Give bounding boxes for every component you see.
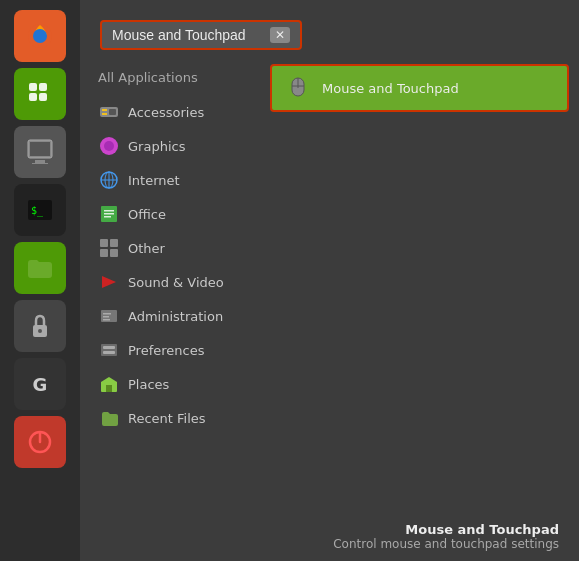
- svg-rect-38: [103, 319, 110, 321]
- category-internet[interactable]: Internet: [90, 163, 250, 197]
- status-description: Control mouse and touchpad settings: [100, 537, 559, 551]
- results-panel: Mouse and Touchpad: [260, 64, 579, 512]
- svg-rect-5: [39, 93, 47, 101]
- other-icon: [98, 237, 120, 259]
- result-mouse-touchpad[interactable]: Mouse and Touchpad: [270, 64, 569, 112]
- svg-rect-9: [32, 163, 48, 164]
- svg-rect-19: [109, 109, 116, 115]
- category-graphics[interactable]: Graphics: [90, 129, 250, 163]
- status-bar: Mouse and Touchpad Control mouse and tou…: [80, 512, 579, 561]
- accessories-icon: [98, 101, 120, 123]
- search-clear-button[interactable]: ✕: [270, 27, 290, 43]
- svg-rect-32: [100, 249, 108, 257]
- svg-rect-39: [101, 344, 117, 356]
- places-icon: [98, 373, 120, 395]
- svg-rect-3: [39, 83, 47, 91]
- category-other[interactable]: Other: [90, 231, 250, 265]
- category-administration[interactable]: Administration: [90, 299, 250, 333]
- sidebar-icon-folder[interactable]: [14, 242, 66, 294]
- sidebar-icon-power[interactable]: [14, 416, 66, 468]
- svg-rect-41: [103, 351, 115, 354]
- svg-rect-37: [103, 316, 109, 318]
- category-preferences[interactable]: Preferences: [90, 333, 250, 367]
- category-places[interactable]: Places: [90, 367, 250, 401]
- svg-rect-2: [29, 83, 37, 91]
- status-title: Mouse and Touchpad: [100, 522, 559, 537]
- content-area: All Applications Accessories Graphics: [80, 64, 579, 512]
- main-content: ✕ All Applications Accessories Graphics: [80, 0, 579, 561]
- sound-video-icon: [98, 271, 120, 293]
- category-accessories[interactable]: Accessories: [90, 95, 250, 129]
- category-sound-video[interactable]: Sound & Video: [90, 265, 250, 299]
- svg-rect-31: [110, 239, 118, 247]
- svg-text:$_: $_: [31, 205, 44, 217]
- svg-rect-17: [102, 109, 107, 111]
- category-recent-files[interactable]: Recent Files: [90, 401, 250, 435]
- svg-rect-8: [35, 160, 45, 163]
- svg-rect-4: [29, 93, 37, 101]
- svg-rect-28: [104, 213, 114, 215]
- sidebar-icon-ui[interactable]: [14, 126, 66, 178]
- category-all[interactable]: All Applications: [90, 64, 250, 91]
- svg-rect-29: [104, 216, 111, 218]
- category-office[interactable]: Office: [90, 197, 250, 231]
- svg-rect-33: [110, 249, 118, 257]
- svg-marker-34: [102, 276, 116, 288]
- search-box[interactable]: ✕: [100, 20, 302, 50]
- svg-rect-30: [100, 239, 108, 247]
- internet-icon: [98, 169, 120, 191]
- svg-rect-27: [104, 210, 114, 212]
- administration-icon: [98, 305, 120, 327]
- svg-point-21: [104, 141, 114, 151]
- svg-point-13: [38, 329, 42, 333]
- svg-point-1: [33, 29, 47, 43]
- svg-rect-42: [106, 385, 112, 392]
- sidebar-icon-grid[interactable]: [14, 68, 66, 120]
- sidebar-icon-terminal[interactable]: $_: [14, 184, 66, 236]
- sidebar-icon-firefox[interactable]: [14, 10, 66, 62]
- recent-files-icon: [98, 407, 120, 429]
- graphics-icon: [98, 135, 120, 157]
- search-area: ✕: [80, 20, 579, 50]
- svg-rect-36: [103, 313, 111, 315]
- svg-rect-40: [103, 346, 115, 349]
- office-icon: [98, 203, 120, 225]
- sidebar-icon-lock[interactable]: [14, 300, 66, 352]
- preferences-icon: [98, 339, 120, 361]
- sidebar-icon-grammarly[interactable]: G: [14, 358, 66, 410]
- sidebar: $_ G: [0, 0, 80, 561]
- search-input[interactable]: [112, 27, 262, 43]
- svg-rect-7: [30, 142, 50, 156]
- categories-panel: All Applications Accessories Graphics: [80, 64, 260, 512]
- mouse-touchpad-result-icon: [284, 74, 312, 102]
- svg-rect-18: [102, 113, 107, 115]
